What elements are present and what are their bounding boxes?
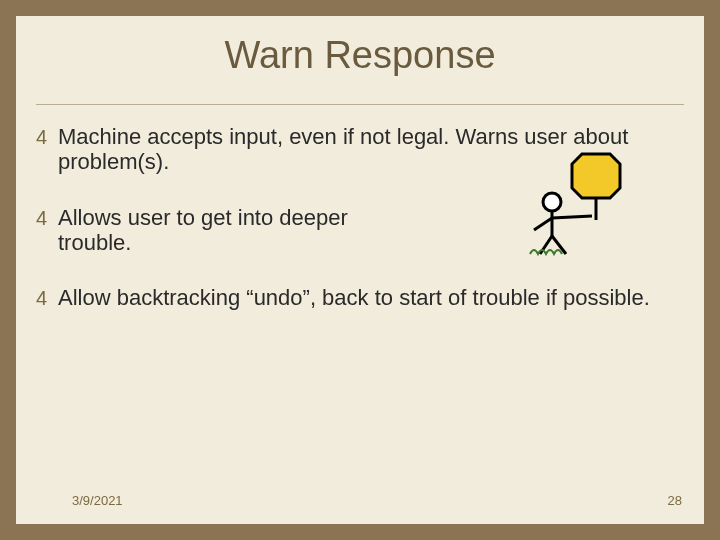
stop-sign-figure-icon (504, 148, 634, 258)
bullet-text: Allow backtracking “undo”, back to start… (58, 285, 684, 310)
slide-footer: 3/9/2021 28 (72, 493, 682, 508)
bullet-marker: 4 (36, 124, 58, 175)
title-divider (36, 104, 684, 105)
bullet-text: Allows user to get into deeper trouble. (58, 205, 358, 256)
svg-line-6 (540, 236, 552, 254)
svg-marker-1 (572, 154, 620, 198)
svg-point-2 (543, 193, 561, 211)
bullet-marker: 4 (36, 285, 58, 310)
bullet-marker: 4 (36, 205, 58, 256)
footer-page-number: 28 (668, 493, 682, 508)
slide-frame: Warn Response 4 Machine accepts input, e… (0, 0, 720, 540)
list-item: 4 Allow backtracking “undo”, back to sta… (36, 285, 684, 310)
slide-body: Warn Response 4 Machine accepts input, e… (16, 16, 704, 524)
slide-title: Warn Response (16, 34, 704, 77)
footer-date: 3/9/2021 (72, 493, 123, 508)
svg-line-4 (534, 218, 552, 230)
svg-line-5 (552, 216, 592, 218)
